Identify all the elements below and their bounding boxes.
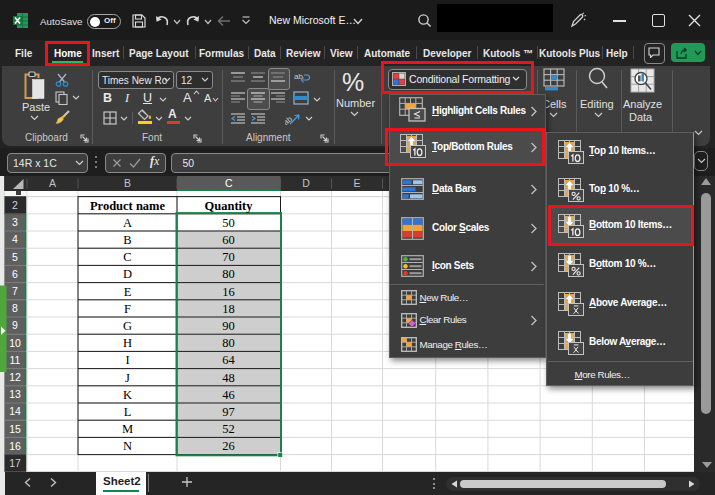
svg-text:16: 16	[222, 285, 235, 299]
svg-text:46: 46	[222, 388, 235, 402]
svg-text:2: 2	[12, 199, 18, 211]
svg-text:Product name: Product name	[90, 199, 166, 213]
svg-text:97: 97	[222, 405, 235, 419]
svg-text:C: C	[225, 177, 233, 189]
svg-text:Quantity: Quantity	[205, 199, 254, 213]
svg-text:48: 48	[222, 371, 235, 385]
svg-text:J: J	[125, 371, 130, 385]
svg-text:52: 52	[222, 422, 235, 436]
svg-text:5: 5	[12, 251, 18, 263]
svg-text:17: 17	[9, 457, 21, 469]
svg-text:13: 13	[9, 388, 21, 400]
svg-text:A: A	[123, 216, 132, 230]
svg-text:F: F	[124, 302, 131, 316]
svg-text:N: N	[123, 439, 132, 453]
svg-text:G: G	[123, 319, 132, 333]
svg-text:B: B	[124, 177, 131, 189]
svg-text:L: L	[124, 405, 132, 419]
svg-text:15: 15	[9, 423, 21, 435]
svg-text:4: 4	[12, 233, 18, 245]
svg-text:A: A	[49, 177, 56, 189]
svg-text:3: 3	[12, 216, 18, 228]
svg-text:6: 6	[12, 268, 18, 280]
svg-text:14: 14	[9, 405, 21, 417]
svg-text:B: B	[123, 233, 131, 247]
svg-text:70: 70	[222, 250, 235, 264]
svg-text:64: 64	[222, 353, 235, 367]
svg-text:12: 12	[9, 371, 21, 383]
svg-text:8: 8	[12, 302, 18, 314]
svg-text:60: 60	[222, 233, 235, 247]
svg-text:10: 10	[9, 337, 21, 349]
svg-text:80: 80	[222, 336, 235, 350]
svg-text:50: 50	[222, 216, 235, 230]
svg-text:D: D	[302, 177, 310, 189]
svg-text:I: I	[125, 353, 129, 367]
svg-text:26: 26	[222, 439, 235, 453]
svg-text:9: 9	[12, 319, 18, 331]
svg-text:16: 16	[9, 440, 21, 452]
svg-text:90: 90	[222, 319, 235, 333]
svg-text:C: C	[123, 250, 131, 264]
svg-text:E: E	[124, 285, 132, 299]
svg-text:7: 7	[12, 285, 18, 297]
svg-text:H: H	[123, 336, 132, 350]
svg-text:18: 18	[222, 302, 235, 316]
svg-text:D: D	[123, 267, 132, 281]
svg-text:E: E	[353, 177, 360, 189]
svg-text:M: M	[122, 422, 133, 436]
svg-text:K: K	[123, 388, 132, 402]
svg-text:80: 80	[222, 267, 235, 281]
svg-text:11: 11	[10, 354, 21, 366]
